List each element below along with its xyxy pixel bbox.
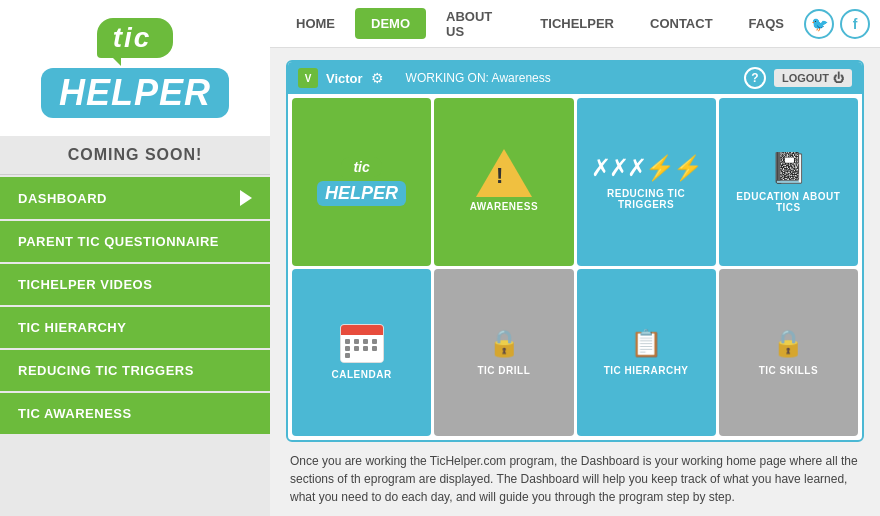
- sidebar-item-awareness[interactable]: TIC AWARENESS: [0, 393, 270, 434]
- logo-area: tic HELPER: [0, 0, 270, 136]
- facebook-icon: f: [853, 16, 858, 32]
- gear-icon[interactable]: ⚙: [371, 70, 384, 86]
- warning-icon: [479, 151, 529, 195]
- panel-username: Victor: [326, 71, 363, 86]
- nav-demo[interactable]: DEMO: [355, 8, 426, 39]
- reducing-label: REDUCING TIC TRIGGERS: [585, 188, 708, 210]
- lock-icon: 🔒: [772, 328, 804, 359]
- awareness-label: AWARENESS: [470, 201, 538, 212]
- panel-right-controls: ? LOGOUT ⏻: [744, 67, 852, 89]
- nav-tichelper[interactable]: TICHELPER: [524, 8, 630, 39]
- sidebar-item-videos[interactable]: TICHELPER VIDEOS: [0, 264, 270, 305]
- logout-button[interactable]: LOGOUT ⏻: [774, 69, 852, 87]
- grid-cell-reducing[interactable]: ✗✗✗⚡⚡ REDUCING TIC TRIGGERS: [577, 98, 716, 266]
- sidebar-item-label: TICHELPER VIDEOS: [18, 277, 152, 292]
- panel-header: V Victor ⚙ WORKING ON: Awareness ? LOGOU…: [288, 62, 862, 94]
- user-icon: V: [298, 68, 318, 88]
- nav-home[interactable]: HOME: [280, 8, 351, 39]
- sidebar-item-label: REDUCING TIC TRIGGERS: [18, 363, 194, 378]
- mini-helper-label: HELPER: [317, 181, 406, 206]
- top-navigation: HOME DEMO ABOUT US TICHELPER CONTACT FAQ…: [270, 0, 880, 48]
- twitter-icon: 🐦: [811, 16, 828, 32]
- logout-label: LOGOUT: [782, 72, 829, 84]
- cal-dot: [354, 346, 359, 351]
- grid-cell-tic-skills[interactable]: 🔒 TIC SKILLS: [719, 269, 858, 437]
- help-button[interactable]: ?: [744, 67, 766, 89]
- sidebar-item-reducing[interactable]: REDUCING TIC TRIGGERS: [0, 350, 270, 391]
- dashboard-panel: V Victor ⚙ WORKING ON: Awareness ? LOGOU…: [286, 60, 864, 442]
- dashboard-grid: tic HELPER AWARENESS 📓 EDUCATION ABOUT T…: [288, 94, 862, 440]
- sidebar-nav: DASHBOARD PARENT TIC QUESTIONNAIRE TICHE…: [0, 175, 270, 436]
- logo-helper: HELPER: [41, 68, 229, 118]
- grid-cell-awareness[interactable]: AWARENESS: [434, 98, 573, 266]
- coming-soon-label: COMING SOON!: [0, 136, 270, 175]
- facebook-button[interactable]: f: [840, 9, 870, 39]
- main-area: HOME DEMO ABOUT US TICHELPER CONTACT FAQ…: [270, 0, 880, 516]
- cal-dot: [345, 346, 350, 351]
- grid-cell-tic-hierarchy[interactable]: 📋 TIC HIERARCHY: [577, 269, 716, 437]
- triangle-shape: [476, 149, 532, 197]
- cal-top: [341, 325, 383, 335]
- calendar-label: CALENDAR: [332, 369, 392, 380]
- working-on-label: WORKING ON: Awareness: [396, 69, 561, 87]
- grid-cell-tic-drill[interactable]: 🔒 TIC DRILL: [434, 269, 573, 437]
- sidebar-item-label: TIC AWARENESS: [18, 406, 132, 421]
- education-label: EDUCATION ABOUT TICS: [727, 191, 850, 213]
- content-area: V Victor ⚙ WORKING ON: Awareness ? LOGOU…: [270, 48, 880, 516]
- sidebar-item-parent-tic[interactable]: PARENT TIC QUESTIONNAIRE: [0, 221, 270, 262]
- description-text: Once you are working the TicHelper.com p…: [286, 452, 864, 506]
- nav-faqs[interactable]: FAQS: [733, 8, 800, 39]
- social-links: 🐦 f: [804, 9, 870, 39]
- arrow-icon: [240, 190, 252, 206]
- mini-tic-label: tic: [341, 157, 381, 177]
- power-icon: ⏻: [833, 72, 844, 84]
- grid-cell-logo[interactable]: tic HELPER: [292, 98, 431, 266]
- logo-box: tic HELPER: [41, 18, 229, 118]
- cal-dot: [345, 353, 350, 358]
- nav-contact[interactable]: CONTACT: [634, 8, 729, 39]
- twitter-button[interactable]: 🐦: [804, 9, 834, 39]
- calendar-icon: [340, 324, 384, 363]
- cal-dot: [363, 346, 368, 351]
- reduce-icon: ✗✗✗⚡⚡: [591, 154, 701, 182]
- mini-logo: tic HELPER: [317, 157, 406, 206]
- logo-tic: tic: [97, 18, 174, 58]
- nav-about[interactable]: ABOUT US: [430, 1, 520, 47]
- grid-cell-calendar[interactable]: CALENDAR: [292, 269, 431, 437]
- tic-skills-label: TIC SKILLS: [759, 365, 818, 376]
- sidebar-item-label: DASHBOARD: [18, 191, 107, 206]
- sidebar-item-label: PARENT TIC QUESTIONNAIRE: [18, 234, 219, 249]
- sidebar: tic HELPER COMING SOON! DASHBOARD PARENT…: [0, 0, 270, 516]
- tic-hierarchy-label: TIC HIERARCHY: [604, 365, 689, 376]
- tic-drill-label: TIC DRILL: [477, 365, 530, 376]
- sidebar-item-dashboard[interactable]: DASHBOARD: [0, 177, 270, 219]
- cal-dot: [345, 339, 350, 344]
- sidebar-item-label: TIC HIERARCHY: [18, 320, 126, 335]
- cal-grid: [341, 335, 383, 362]
- notebook-icon: 📓: [770, 150, 807, 185]
- lock-icon: 🔒: [488, 328, 520, 359]
- cal-dot: [372, 339, 377, 344]
- cal-dot: [363, 339, 368, 344]
- sidebar-item-hierarchy[interactable]: TIC HIERARCHY: [0, 307, 270, 348]
- cal-dot: [372, 346, 377, 351]
- grid-cell-education[interactable]: 📓 EDUCATION ABOUT TICS: [719, 98, 858, 266]
- hierarchy-icon: 📋: [630, 328, 662, 359]
- cal-dot: [354, 339, 359, 344]
